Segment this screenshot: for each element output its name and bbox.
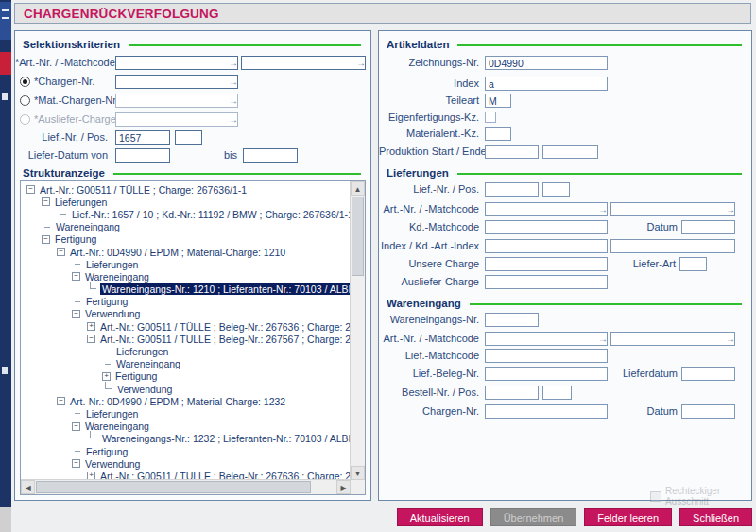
expand-icon[interactable]: + [102,372,111,381]
felder-leeren-button[interactable]: Felder leeren [584,508,672,526]
materialent-kz-input[interactable] [485,127,511,141]
tree-node[interactable]: +Art.-Nr.: G00511 / TÜLLE ; Beleg-Nr.: 2… [23,320,350,333]
tree-node[interactable]: −Fertigung [23,233,350,246]
tree-node[interactable]: −Verwendung [23,308,350,320]
chargen-nr-input[interactable] [115,75,238,89]
we-lief-matchcode-input[interactable] [485,349,608,363]
tree-node-label: Art.-Nr.: G00511 / TÜLLE ; Beleg-Nr.: 26… [98,334,350,345]
lf-unsere-charge-input[interactable] [485,257,608,271]
tree-node[interactable]: Lief.-Nr.: 1657 / 10 ; Kd.-Nr.: 11192 / … [23,208,350,220]
schliessen-button[interactable]: Schließen [679,508,752,526]
we-bestell-nr-input[interactable] [485,386,539,400]
collapse-icon[interactable]: − [42,235,50,244]
tree-node[interactable]: −Art.-Nr.: G00511 / TÜLLE ; Beleg-Nr.: 2… [23,333,350,345]
liefer-datum-von-label: Liefer-Datum von [15,148,108,163]
collapse-icon[interactable]: − [57,248,65,256]
tree-node[interactable]: +Fertigung [23,370,350,383]
tree-node[interactable]: −Art.-Nr.: 0D4990 / EPDM ; Material-Char… [23,395,350,407]
tree-node[interactable]: Verwendung [23,383,350,395]
tree-node[interactable]: −Lieferungen [23,196,350,208]
mat-chargen-input[interactable] [115,94,238,108]
vertical-scrollbar[interactable]: ▲ ▼ [350,181,365,480]
we-artnr-input[interactable] [485,332,608,346]
collapse-icon[interactable]: − [42,197,50,206]
collapse-icon[interactable]: − [26,185,35,194]
horizontal-scrollbar[interactable]: ◀ ▶ [21,479,351,494]
lookup-arrow-icon[interactable]: → [726,333,735,345]
mat-chargen-radio[interactable] [20,95,30,106]
we-lieferdatum-input[interactable] [681,367,735,381]
tree-node[interactable]: +Art.-Nr.: G00511 / TÜLLE ; Beleg-Nr.: 2… [23,470,350,479]
tree-node-label: Art.-Nr.: G00511 / TÜLLE ; Beleg-Nr.: 26… [98,471,350,479]
scroll-right-icon[interactable]: ▶ [336,480,351,494]
produktion-start-input[interactable] [485,145,539,159]
lf-artnr-input[interactable] [485,202,608,216]
lf-lief-nr-input[interactable] [485,182,539,197]
lookup-arrow-icon[interactable]: → [598,203,608,215]
tree-node[interactable]: Wareneingangs-Nr.: 1210 ; Lieferanten-Nr… [23,283,350,296]
we-lief-beleg-input[interactable] [485,367,608,381]
scroll-left-icon[interactable]: ◀ [21,480,35,494]
tree-node[interactable]: Wareneingang [23,221,350,233]
eigenfertigungs-kz-checkbox[interactable] [485,112,496,123]
matchcode-input[interactable] [241,56,366,70]
tree-node[interactable]: −Wareneingang [23,420,350,433]
lf-datum-input[interactable] [681,220,735,234]
dash-connector-icon [75,451,80,452]
collapse-icon[interactable]: − [72,310,80,318]
lookup-arrow-icon[interactable]: → [229,76,238,88]
lf-kd-matchcode-input[interactable] [485,220,608,234]
collapse-icon[interactable]: − [57,397,65,405]
collapse-icon[interactable]: − [72,459,80,468]
lf-lief-pos-input[interactable] [542,182,570,197]
tree-node[interactable]: Fertigung [23,445,350,457]
lf-ausliefer-charge-input[interactable] [485,275,608,289]
lookup-arrow-icon[interactable]: → [726,203,735,215]
lookup-arrow-icon[interactable]: → [229,57,238,69]
lookup-arrow-icon[interactable]: → [356,57,366,69]
lookup-arrow-icon[interactable]: → [598,333,608,345]
expand-icon[interactable]: + [87,322,95,331]
horizontal-scroll-thumb[interactable] [36,481,311,493]
tree-node[interactable]: Wareneingangs-Nr.: 1232 ; Lieferanten-Nr… [23,433,350,445]
tree-node-label: Wareneingang [114,358,182,369]
we-nr-input[interactable] [485,313,539,327]
tree-node[interactable]: Lieferungen [23,345,350,357]
zeichnungs-nr-input[interactable] [485,56,608,70]
lf-liefer-art-input[interactable] [679,257,707,271]
lookup-arrow-icon: → [229,94,238,107]
scroll-up-icon[interactable]: ▲ [351,181,365,196]
lief-pos-input[interactable] [175,130,202,145]
tree-node[interactable]: −Verwendung [23,457,350,470]
artnr-input[interactable] [115,56,238,70]
lf-kd-art-index-input[interactable] [610,239,735,253]
we-bestell-pos-input[interactable] [542,386,572,400]
tree-node[interactable]: Lieferungen [23,258,350,270]
tree-node[interactable]: Fertigung [23,296,350,308]
tree-node[interactable]: −Art.-Nr.: 0D4990 / EPDM ; Material-Char… [23,246,350,258]
lf-matchcode-input[interactable] [610,202,735,216]
lf-index-input[interactable] [485,239,608,253]
aktualisieren-button[interactable]: Aktualisieren [397,508,483,526]
collapse-icon[interactable]: − [72,422,80,431]
expand-icon[interactable]: + [87,472,95,479]
we-chargen-nr-input[interactable] [485,404,608,419]
tree-node[interactable]: Wareneingang [23,358,350,370]
index-input[interactable] [485,77,608,91]
produktion-ende-input[interactable] [542,145,598,159]
tree-node[interactable]: −Wareneingang [23,270,350,283]
tree-node[interactable]: Lieferungen [23,407,350,420]
we-matchcode-input[interactable] [610,332,735,346]
lief-nr-input[interactable] [115,130,170,145]
liefer-datum-von-input[interactable] [115,148,170,163]
scroll-down-icon[interactable]: ▼ [351,466,365,480]
teileart-input[interactable] [485,94,511,108]
lief-nr-pos-label: Lief.-Nr. / Pos. [15,130,108,145]
collapse-icon[interactable]: − [87,335,95,343]
tree-node[interactable]: −Art.-Nr.: G00511 / TÜLLE ; Charge: 2676… [23,183,350,196]
we-datum-input[interactable] [681,404,735,419]
collapse-icon[interactable]: − [72,272,80,281]
liefer-datum-bis-input[interactable] [243,148,298,163]
chargen-nr-radio[interactable] [20,77,30,87]
vertical-scroll-thumb[interactable] [352,197,364,276]
